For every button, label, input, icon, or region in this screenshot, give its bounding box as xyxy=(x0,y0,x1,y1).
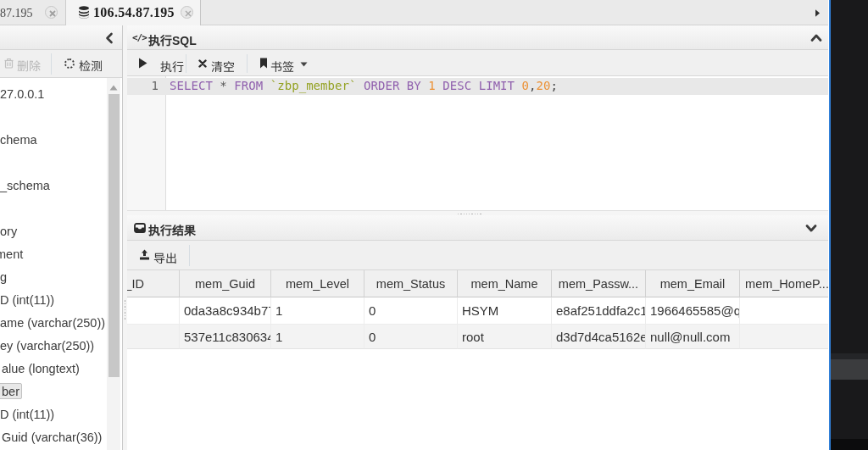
database-icon xyxy=(78,6,90,19)
editor-gutter xyxy=(127,76,166,210)
column-header[interactable]: mem_HomeP... xyxy=(740,270,828,297)
tab-connection-previous[interactable]: 87.195 xyxy=(0,0,66,25)
bookmark-button-label: 书签 xyxy=(270,58,294,75)
column-header[interactable]: mem_Passw... xyxy=(552,270,646,297)
tree-item[interactable]: D (int(11)) xyxy=(0,407,54,423)
results-toolbar: 导出 xyxy=(127,241,828,270)
sidebar: 删除 检测 27.0.0.1chema_schemaorymentgD (int… xyxy=(0,25,122,450)
trash-icon xyxy=(4,58,14,69)
tree-item[interactable]: alue (longtext) xyxy=(2,361,80,377)
sql-token-kw: BY xyxy=(407,79,421,92)
tab-label: 106.54.87.195 xyxy=(93,5,175,20)
close-icon[interactable] xyxy=(45,6,58,19)
tree-item[interactable]: ment xyxy=(0,247,23,263)
tree-item[interactable]: ame (varchar(250)) xyxy=(0,315,105,331)
tab-bar: 87.195 106.54.87.195 xyxy=(0,0,828,25)
toolbar-separator xyxy=(186,54,186,73)
scroll-up-icon[interactable] xyxy=(109,85,118,91)
table-cell[interactable]: d3d7d4ca5162e5 xyxy=(552,324,646,349)
tree-item[interactable]: chema xyxy=(0,132,37,148)
backdrop-band xyxy=(831,439,868,450)
sql-token-op: * xyxy=(220,79,226,92)
detect-button[interactable]: 检测 xyxy=(64,55,104,72)
backdrop-band xyxy=(831,353,868,359)
run-button-label: 执行 xyxy=(160,58,184,75)
sql-token-pun: ; xyxy=(551,79,558,92)
table-cell[interactable]: 0 xyxy=(364,324,458,349)
table-head: mem_IDmem_Guidmem_Levelmem_Statusmem_Nam… xyxy=(127,270,828,297)
table-row[interactable]: 0da3a8c934b77310HSYMe8af251ddfa2c1419664… xyxy=(127,297,828,324)
tree-item[interactable]: D (int(11)) xyxy=(0,292,54,308)
column-header[interactable]: mem_Email xyxy=(646,270,740,297)
table-row[interactable]: 537e11c830634010rootd3d7d4ca5162e5null@n… xyxy=(127,324,828,349)
chevron-left-icon[interactable] xyxy=(103,32,115,44)
table-cell[interactable]: HSYM xyxy=(458,297,552,324)
tab-connection-active[interactable]: 106.54.87.195 xyxy=(66,0,201,25)
toolbar-separator xyxy=(51,53,52,75)
grip-dot xyxy=(125,309,126,311)
table-cell[interactable]: e8af251ddfa2c14 xyxy=(552,297,646,324)
grip-dot xyxy=(125,303,126,305)
table-cell[interactable]: 537e11c8306340 xyxy=(180,324,271,349)
column-header[interactable]: mem_Level xyxy=(271,270,364,297)
sql-editor[interactable]: 1 SELECT * FROM `zbp_member` ORDER BY 1 … xyxy=(127,76,828,210)
sql-token xyxy=(263,79,270,92)
main-panel: </> 执行SQL 执行 清空 书签 xyxy=(127,25,828,450)
database-tree[interactable]: 27.0.0.1chema_schemaorymentgD (int(11))a… xyxy=(0,78,122,450)
table-cell[interactable]: 1966465585@qq.com xyxy=(646,297,740,324)
table-header-row: mem_IDmem_Guidmem_Levelmem_Statusmem_Nam… xyxy=(127,270,828,297)
table-cell[interactable]: root xyxy=(458,324,552,349)
table-cell[interactable] xyxy=(740,297,828,324)
scrollbar-thumb[interactable] xyxy=(108,94,120,377)
sql-token-kw: DESC xyxy=(442,79,471,92)
grip-dot xyxy=(125,315,126,317)
column-header[interactable]: mem_Status xyxy=(364,270,458,297)
table-body: 0da3a8c934b77310HSYMe8af251ddfa2c1419664… xyxy=(127,297,828,349)
sql-token xyxy=(356,79,363,92)
chevron-right-icon[interactable] xyxy=(810,6,824,19)
delete-button[interactable]: 删除 xyxy=(4,55,42,72)
detect-button-label: 检测 xyxy=(79,57,103,74)
line-number: 1 xyxy=(127,79,159,92)
sql-token xyxy=(399,79,406,92)
grip-dot xyxy=(125,312,126,314)
table-cell[interactable]: 0da3a8c934b773 xyxy=(180,297,271,324)
tree-item[interactable]: ory xyxy=(0,224,17,240)
column-header[interactable]: mem_Name xyxy=(458,270,552,297)
table-cell[interactable]: null@null.com xyxy=(646,324,740,349)
table-cell[interactable] xyxy=(740,324,828,349)
table-cell[interactable]: 1 xyxy=(271,324,364,349)
sql-token xyxy=(436,79,442,92)
sql-panel-title: 执行SQL xyxy=(148,31,197,48)
tree-item[interactable]: ey (varchar(250)) xyxy=(0,338,94,354)
sql-token-pun: , xyxy=(529,79,536,92)
sql-code-line[interactable]: SELECT * FROM `zbp_member` ORDER BY 1 DE… xyxy=(170,79,558,92)
tree-item[interactable]: Guid (varchar(36)) xyxy=(2,430,102,446)
table-cell[interactable] xyxy=(127,324,180,349)
table-cell[interactable] xyxy=(127,297,180,324)
export-button-label: 导出 xyxy=(153,249,177,266)
chevron-down-icon[interactable] xyxy=(805,224,817,233)
x-icon xyxy=(198,59,207,68)
tree-item[interactable]: _schema xyxy=(0,178,50,194)
sql-token-num: 20 xyxy=(537,79,551,92)
tree-item-selected[interactable]: ber xyxy=(2,384,19,400)
column-header[interactable]: mem_Guid xyxy=(180,270,271,297)
results-table[interactable]: mem_IDmem_Guidmem_Levelmem_Statusmem_Nam… xyxy=(127,270,828,349)
play-icon xyxy=(138,58,147,69)
grip-dot xyxy=(125,300,126,302)
sql-token-kw: ORDER xyxy=(364,79,399,92)
column-header[interactable]: mem_ID xyxy=(127,270,180,297)
results-table-container: mem_IDmem_Guidmem_Levelmem_Statusmem_Nam… xyxy=(127,270,828,375)
table-cell[interactable]: 0 xyxy=(364,297,458,324)
sql-token-id: `zbp_member` xyxy=(270,79,357,92)
sidebar-scrollbar[interactable] xyxy=(107,78,120,450)
table-cell[interactable]: 1 xyxy=(271,297,364,324)
splitter-grip xyxy=(125,300,126,319)
tree-item[interactable]: g xyxy=(0,269,7,286)
tree-item[interactable]: 27.0.0.1 xyxy=(0,86,44,103)
chevron-up-icon[interactable] xyxy=(810,33,822,43)
sql-token-num: 0 xyxy=(522,79,529,92)
close-icon[interactable] xyxy=(181,6,193,19)
sql-token xyxy=(515,79,521,92)
